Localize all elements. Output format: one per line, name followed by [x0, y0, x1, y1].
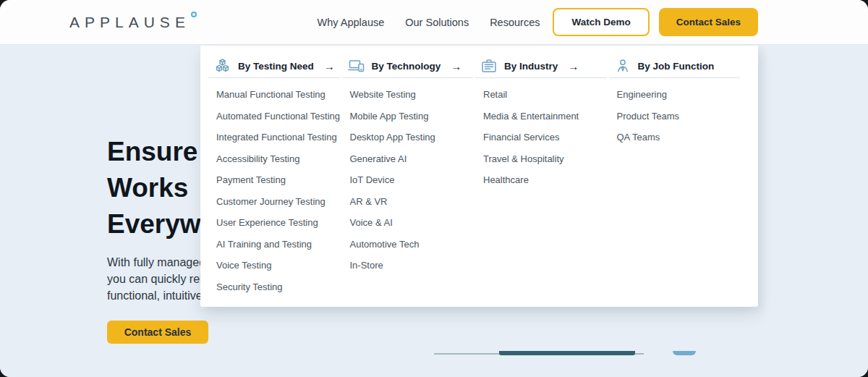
arrow-right-icon: →	[568, 60, 579, 72]
menu-item[interactable]: Desktop App Testing	[342, 127, 474, 148]
contact-sales-button[interactable]: Contact Sales	[659, 8, 758, 37]
menu-item[interactable]: Voice Testing	[208, 255, 340, 276]
by-industry-header[interactable]: By Industry →	[475, 54, 607, 78]
mega-menu-column-industry: By Industry → RetailMedia & Entertainmen…	[475, 54, 607, 307]
logo-ring-icon	[191, 12, 197, 17]
hero-heading: Ensure Works Everyw	[107, 134, 201, 242]
nav-links: Why Applause Our Solutions Resources	[318, 17, 540, 28]
person-icon	[614, 57, 631, 75]
hero-paragraph: With fully managed you can quickly rel f…	[107, 254, 205, 304]
menu-item[interactable]: IoT Device	[342, 169, 474, 191]
menu-item[interactable]: Automated Functional Testing	[208, 106, 340, 127]
menu-item[interactable]: Website Testing	[342, 84, 474, 106]
by-job-function-header[interactable]: By Job Function	[609, 54, 741, 78]
hero-heading-line: Ensure	[107, 134, 201, 170]
menu-item[interactable]: Mobile App Testing	[342, 106, 474, 127]
briefcase-icon	[480, 57, 498, 75]
nav-link-resources[interactable]: Resources	[490, 17, 540, 28]
menu-item[interactable]: Accessibility Testing	[208, 148, 340, 170]
arrow-right-icon: →	[451, 60, 461, 72]
devices-icon	[347, 57, 365, 75]
job-function-items: EngineeringProduct TeamsQA Teams	[609, 84, 741, 148]
by-testing-need-header[interactable]: By Testing Need →	[208, 54, 340, 78]
menu-item[interactable]: Generative AI	[342, 148, 474, 170]
menu-item[interactable]: Integrated Functional Testing	[208, 127, 340, 148]
applause-homepage: Ensure Works Everyw With fully managed y…	[0, 0, 868, 377]
menu-item[interactable]: Voice & AI	[342, 212, 474, 234]
technology-items: Website TestingMobile App TestingDesktop…	[342, 84, 474, 276]
hero-contact-sales-button[interactable]: Contact Sales	[107, 321, 208, 344]
menu-item[interactable]: User Experience Testing	[208, 212, 340, 234]
column-title: By Industry	[504, 61, 558, 72]
menu-item[interactable]: Product Teams	[609, 106, 741, 127]
menu-item[interactable]: QA Teams	[609, 127, 741, 148]
menu-item[interactable]: Manual Functional Testing	[208, 84, 340, 106]
nav-link-why-applause[interactable]: Why Applause	[318, 17, 385, 28]
nav-link-our-solutions[interactable]: Our Solutions	[405, 17, 469, 28]
menu-item[interactable]: Engineering	[609, 84, 741, 106]
menu-item[interactable]: Retail	[475, 84, 607, 106]
hero-illustration-dot-sliver	[673, 351, 696, 355]
watch-demo-button[interactable]: Watch Demo	[553, 8, 649, 37]
hero-heading-line: Everyw	[107, 206, 201, 242]
cubes-icon	[213, 57, 231, 75]
menu-item[interactable]: Travel & Hospitality	[475, 148, 607, 170]
menu-item[interactable]: Security Testing	[208, 276, 340, 298]
hero-illustration-laptop-sliver	[499, 351, 635, 355]
menu-item[interactable]: Customer Journey Testing	[208, 191, 340, 213]
applause-logo[interactable]: APPLAUSE	[69, 14, 197, 30]
mega-menu-column-testing-need: By Testing Need → Manual Functional Test…	[208, 54, 340, 307]
by-technology-header[interactable]: By Technology →	[342, 54, 474, 78]
menu-item[interactable]: Automotive Tech	[342, 234, 474, 255]
mega-menu-column-job-function: By Job Function EngineeringProduct Teams…	[609, 54, 741, 307]
industry-items: RetailMedia & EntertainmentFinancial Ser…	[475, 84, 607, 191]
menu-item[interactable]: AR & VR	[342, 191, 474, 213]
mega-menu-column-technology: By Technology → Website TestingMobile Ap…	[342, 54, 474, 307]
menu-item[interactable]: AI Training and Testing	[208, 234, 340, 255]
hero-paragraph-line: functional, intuitive	[107, 287, 205, 304]
arrow-right-icon: →	[324, 60, 335, 72]
menu-item[interactable]: Financial Services	[475, 127, 607, 148]
menu-item[interactable]: Media & Entertainment	[475, 106, 607, 127]
testing-need-items: Manual Functional TestingAutomated Funct…	[208, 84, 340, 297]
hero-heading-line: Works	[107, 170, 201, 206]
menu-item[interactable]: In-Store	[342, 255, 474, 276]
top-navbar: APPLAUSE Why Applause Our Solutions Reso…	[0, 0, 868, 45]
solutions-mega-menu: By Testing Need → Manual Functional Test…	[200, 46, 758, 307]
logo-wordmark: APPLAUSE	[69, 14, 190, 30]
menu-item[interactable]: Healthcare	[475, 169, 607, 191]
hero-paragraph-line: you can quickly rel	[107, 271, 205, 287]
hero-paragraph-line: With fully managed	[107, 254, 205, 271]
menu-item[interactable]: Payment Testing	[208, 169, 340, 191]
column-title: By Technology	[372, 61, 441, 72]
column-title: By Testing Need	[238, 61, 314, 72]
column-title: By Job Function	[638, 61, 715, 72]
